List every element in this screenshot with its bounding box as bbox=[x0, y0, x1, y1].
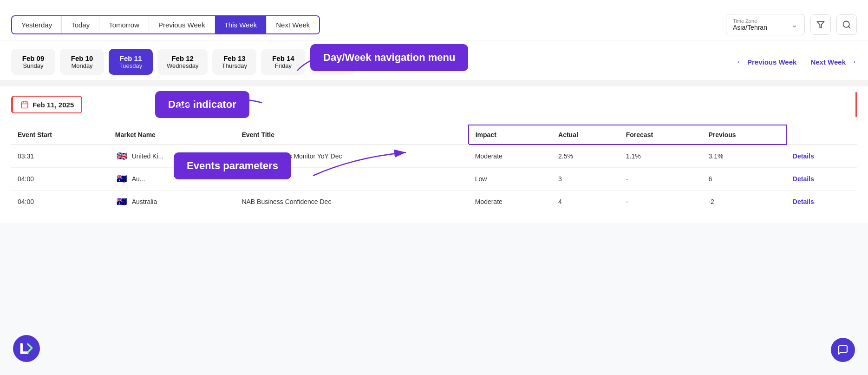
day-week-nav-menu: Yesterday Today Tomorrow Previous Week T… bbox=[11, 15, 320, 34]
date-annotation-box: Date indicator bbox=[155, 91, 249, 118]
details-link[interactable]: Details bbox=[793, 152, 814, 160]
cell-details[interactable]: Details bbox=[786, 145, 857, 168]
left-arrow-icon: ← bbox=[736, 57, 744, 67]
details-link[interactable]: Details bbox=[793, 175, 814, 183]
timezone-select[interactable]: Time Zone Asia/Tehran ⌄ bbox=[726, 14, 805, 35]
cell-actual: 2.5% bbox=[552, 145, 620, 168]
cell-details[interactable]: Details bbox=[786, 191, 857, 213]
date-indicator-text: Feb 11, 2025 bbox=[33, 101, 74, 109]
day-btn-mon[interactable]: Feb 10 Monday bbox=[60, 49, 104, 75]
week-navigation-arrows: ← Previous Week Next Week → bbox=[736, 53, 857, 71]
nav-pill-next-week[interactable]: Next Week bbox=[267, 16, 319, 33]
cell-previous: 6 bbox=[702, 168, 786, 191]
day-btn-sun[interactable]: Feb 09 Sunday bbox=[11, 49, 55, 75]
date-red-bar bbox=[855, 92, 857, 117]
timezone-value: Asia/Tehran bbox=[733, 24, 767, 31]
col-impact: Impact bbox=[469, 125, 552, 145]
cell-previous: -2 bbox=[702, 191, 786, 213]
cell-market: 🇦🇺 Au... bbox=[109, 168, 235, 191]
cell-market: 🇦🇺 Australia bbox=[109, 191, 235, 213]
cell-event-title: NAB Business Confidence Dec bbox=[235, 191, 468, 213]
chevron-down-icon: ⌄ bbox=[791, 20, 798, 30]
nav-pill-previous-week[interactable]: Previous Week bbox=[149, 16, 215, 33]
svg-rect-4 bbox=[21, 102, 28, 108]
chat-icon bbox=[837, 344, 848, 355]
cell-time: 03:31 bbox=[11, 145, 109, 168]
chat-button[interactable] bbox=[831, 338, 855, 362]
search-icon bbox=[842, 20, 851, 29]
day-btn-fri[interactable]: Feb 14 Friday bbox=[261, 49, 305, 75]
cell-forecast: - bbox=[620, 168, 702, 191]
details-link[interactable]: Details bbox=[793, 198, 814, 205]
cell-impact: Low bbox=[469, 168, 552, 191]
logo-button[interactable] bbox=[13, 335, 40, 362]
cell-actual: 4 bbox=[552, 191, 620, 213]
right-arrow-icon: → bbox=[848, 57, 857, 67]
cell-previous: 3.1% bbox=[702, 145, 786, 168]
cell-event-title: BRC Retail Sales Monitor YoY Dec bbox=[235, 145, 468, 168]
col-market-name: Market Name bbox=[109, 125, 235, 145]
day-btn-tue[interactable]: Feb 11 Tuesday bbox=[109, 49, 153, 75]
cell-event-title bbox=[235, 168, 468, 191]
cell-time: 04:00 bbox=[11, 168, 109, 191]
col-event-title: Event Title bbox=[235, 125, 468, 145]
filter-button[interactable] bbox=[810, 14, 831, 35]
cell-forecast: 1.1% bbox=[620, 145, 702, 168]
cell-time: 04:00 bbox=[11, 191, 109, 213]
cell-details[interactable]: Details bbox=[786, 168, 857, 191]
svg-line-2 bbox=[848, 26, 850, 28]
date-indicator-badge[interactable]: Feb 11, 2025 bbox=[11, 96, 82, 113]
events-table: Event Start Market Name Event Title Impa… bbox=[11, 125, 857, 213]
nav-pill-today[interactable]: Today bbox=[62, 16, 99, 33]
filter-icon bbox=[816, 20, 825, 29]
cell-impact: Moderate bbox=[469, 191, 552, 213]
flag-icon: 🇦🇺 bbox=[115, 174, 128, 184]
day-btn-wed[interactable]: Feb 12 Wednesday bbox=[157, 49, 208, 75]
col-actions bbox=[786, 125, 857, 145]
prev-week-button[interactable]: ← Previous Week bbox=[736, 53, 796, 71]
nav-annotation-box: Day/Week navigation menu bbox=[302, 44, 468, 71]
table-row: 04:00 🇦🇺 Au... Low 3 - 6 Details bbox=[11, 168, 857, 191]
nav-pill-tomorrow[interactable]: Tomorrow bbox=[99, 16, 149, 33]
col-previous: Previous bbox=[702, 125, 786, 145]
flag-icon: 🇬🇧 bbox=[115, 151, 128, 161]
nav-pill-yesterday[interactable]: Yesterday bbox=[12, 16, 62, 33]
col-forecast: Forecast bbox=[620, 125, 702, 145]
calendar-icon bbox=[20, 100, 29, 109]
cell-forecast: - bbox=[620, 191, 702, 213]
flag-icon: 🇦🇺 bbox=[115, 197, 128, 206]
lc-logo-icon bbox=[19, 341, 34, 356]
cell-actual: 3 bbox=[552, 168, 620, 191]
search-button[interactable] bbox=[836, 14, 857, 35]
timezone-label: Time Zone bbox=[733, 18, 767, 24]
day-btn-thu[interactable]: Feb 13 Thursday bbox=[212, 49, 256, 75]
table-row: 03:31 🇬🇧 United Ki... BRC Retail Sales M… bbox=[11, 145, 857, 168]
col-event-start: Event Start bbox=[11, 125, 109, 145]
svg-marker-0 bbox=[817, 21, 824, 27]
next-week-button[interactable]: Next Week → bbox=[810, 53, 857, 71]
table-row: 04:00 🇦🇺 Australia NAB Business Confiden… bbox=[11, 191, 857, 213]
cell-impact: Moderate bbox=[469, 145, 552, 168]
col-actual: Actual bbox=[552, 125, 620, 145]
nav-pill-this-week[interactable]: This Week bbox=[215, 16, 267, 33]
cell-market: 🇬🇧 United Ki... bbox=[109, 145, 235, 168]
